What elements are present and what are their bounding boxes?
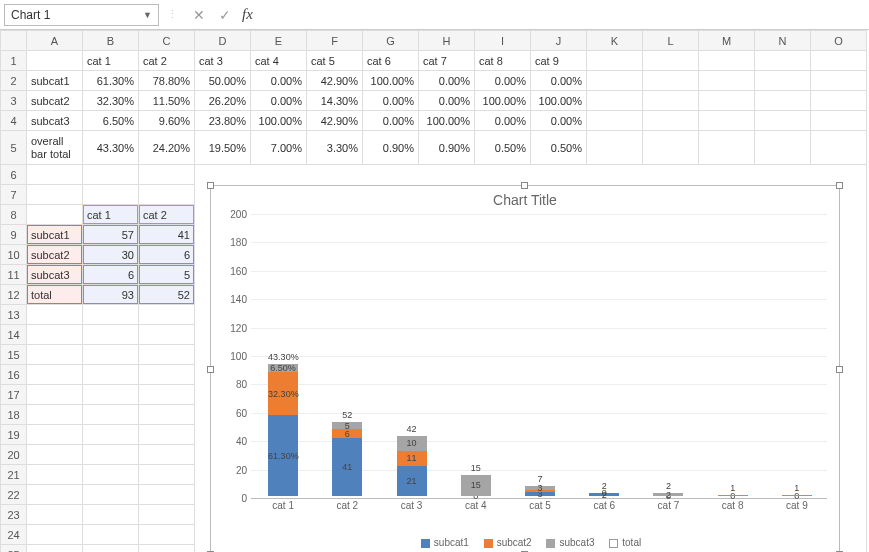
cell[interactable] [699,111,755,131]
cell[interactable] [27,405,83,425]
cell[interactable] [27,505,83,525]
row-header[interactable]: 7 [1,185,27,205]
cell[interactable] [83,185,139,205]
cell[interactable]: 0.00% [363,111,419,131]
cell[interactable]: subcat3 [27,265,83,285]
cell[interactable] [587,111,643,131]
select-all-corner[interactable] [1,31,27,51]
cell[interactable] [139,385,195,405]
cell[interactable]: subcat1 [27,225,83,245]
cell[interactable]: subcat1 [27,71,83,91]
cell[interactable] [139,325,195,345]
chart-legend[interactable]: subcat1 subcat2 subcat3 total [211,537,839,548]
row-header[interactable]: 1 [1,51,27,71]
cell[interactable]: 0.50% [531,131,587,165]
cell[interactable]: 11.50% [139,91,195,111]
cell[interactable] [27,345,83,365]
cell[interactable]: 6 [139,245,195,265]
cell[interactable] [811,131,867,165]
cell[interactable]: 100.00% [475,91,531,111]
cell[interactable] [83,445,139,465]
cell[interactable] [755,111,811,131]
cell[interactable] [27,325,83,345]
row-header[interactable]: 8 [1,205,27,225]
cell[interactable] [139,545,195,553]
cell[interactable] [83,165,139,185]
spreadsheet-grid[interactable]: A B C D E F G H I J K L M N O 1cat 1cat … [0,30,869,552]
cell[interactable]: 9.60% [139,111,195,131]
cell[interactable]: 0.00% [251,91,307,111]
cell[interactable]: cat 1 [83,51,139,71]
cell[interactable] [83,465,139,485]
resize-handle[interactable] [836,366,843,373]
cell[interactable] [139,485,195,505]
row-header[interactable]: 5 [1,131,27,165]
cell[interactable] [139,365,195,385]
resize-handle[interactable] [207,182,214,189]
col-header[interactable]: K [587,31,643,51]
cell[interactable]: 23.80% [195,111,251,131]
fx-icon[interactable]: fx [242,6,253,23]
cell[interactable] [699,91,755,111]
cell[interactable]: 14.30% [307,91,363,111]
col-header[interactable]: C [139,31,195,51]
cell[interactable] [139,525,195,545]
cell[interactable]: 0.00% [419,71,475,91]
bar-segment[interactable] [718,495,748,496]
name-box[interactable]: Chart 1 ▼ [4,4,159,26]
cell[interactable]: cat 5 [307,51,363,71]
row-header[interactable]: 4 [1,111,27,131]
cell[interactable]: 0.90% [419,131,475,165]
row-header[interactable]: 24 [1,525,27,545]
cell[interactable] [83,485,139,505]
cell[interactable] [27,51,83,71]
cell[interactable]: 61.30% [83,71,139,91]
cell[interactable] [83,385,139,405]
cell[interactable] [643,51,699,71]
cell[interactable] [83,345,139,365]
cell[interactable]: cat 3 [195,51,251,71]
cell[interactable]: cat 7 [419,51,475,71]
row-header[interactable]: 14 [1,325,27,345]
col-header[interactable]: D [195,31,251,51]
col-header[interactable]: E [251,31,307,51]
cell[interactable] [83,425,139,445]
row-header[interactable]: 2 [1,71,27,91]
cell[interactable] [83,545,139,553]
cell[interactable]: cat 1 [83,205,139,225]
col-header[interactable]: J [531,31,587,51]
cell[interactable] [587,51,643,71]
cell[interactable]: 3.30% [307,131,363,165]
cell[interactable] [27,365,83,385]
col-header[interactable]: M [699,31,755,51]
row-header[interactable]: 25 [1,545,27,553]
row-header[interactable]: 22 [1,485,27,505]
cell[interactable]: cat 6 [363,51,419,71]
cell[interactable] [27,545,83,553]
cell[interactable]: 0.00% [419,91,475,111]
col-header[interactable]: O [811,31,867,51]
cell[interactable] [83,305,139,325]
cell[interactable]: 30 [83,245,139,265]
cell[interactable] [27,525,83,545]
cell[interactable] [139,165,195,185]
cell[interactable]: 0.00% [251,71,307,91]
cell[interactable]: 19.50% [195,131,251,165]
cell[interactable] [83,325,139,345]
col-header[interactable]: L [643,31,699,51]
col-header[interactable]: G [363,31,419,51]
bar-segment[interactable] [782,495,812,496]
cell[interactable] [755,71,811,91]
row-header[interactable]: 6 [1,165,27,185]
cell[interactable] [139,345,195,365]
cell[interactable] [699,131,755,165]
cell[interactable]: 0.00% [531,111,587,131]
row-header[interactable]: 17 [1,385,27,405]
cell[interactable] [811,51,867,71]
cell[interactable] [643,111,699,131]
cell[interactable]: cat 9 [531,51,587,71]
cell[interactable]: 100.00% [419,111,475,131]
row-header[interactable]: 19 [1,425,27,445]
row-header[interactable]: 16 [1,365,27,385]
cell[interactable]: cat 4 [251,51,307,71]
